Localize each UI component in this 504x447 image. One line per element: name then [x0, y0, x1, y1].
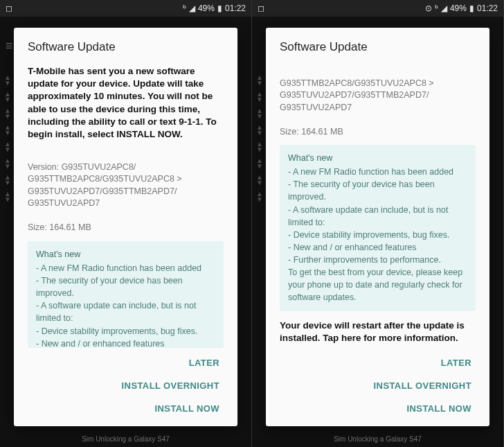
phone-right: ◻ ⊙ ᵇ ◢ 49% ▮ 01:22 ▲▼1 ▲▼1 ▲▼1 ▲▼3 ▲▼1 … — [252, 0, 504, 447]
install-now-button[interactable]: INSTALL NOW — [148, 398, 226, 419]
whats-new-title: What's new — [288, 152, 467, 164]
dialog-title: Software Update — [14, 28, 237, 61]
dialog-main-text: T-Mobile has sent you a new software upd… — [28, 65, 224, 141]
status-bar: ◻ ⊙ ᵇ ◢ 49% ▮ 01:22 — [252, 0, 503, 17]
nav-icon: ◻ — [258, 3, 264, 13]
restart-text[interactable]: Your device will restart after the updat… — [280, 319, 476, 344]
bg-bottom-text: Sim Unlocking a Galaxy S47 — [252, 435, 503, 443]
clock-text: 01:22 — [477, 3, 498, 13]
update-dialog: Software Update T-Mobile has sent you a … — [14, 28, 237, 426]
bg-bottom-text: Sim Unlocking a Galaxy S47 — [0, 435, 251, 443]
later-button[interactable]: LATER — [182, 352, 226, 374]
version-text: Version: G935TUVU2APC8/ G935TTMB2APC8/G9… — [28, 149, 224, 234]
install-now-button[interactable]: INSTALL NOW — [400, 398, 478, 419]
battery-icon: ▮ — [469, 3, 474, 13]
bluetooth-icon: ᵇ — [435, 3, 438, 13]
bluetooth-icon: ᵇ — [183, 3, 186, 13]
install-overnight-button[interactable]: INSTALL OVERNIGHT — [115, 375, 226, 396]
whats-new-body: - A new FM Radio function has been added… — [36, 262, 215, 348]
phone-left: ◻ ᵇ ◢ 49% ▮ 01:22 ≡ ▲▼1 ▲▼1 ▲▼1 ▲▼3 ▲▼1 … — [0, 0, 252, 447]
battery-text: 49% — [198, 3, 215, 13]
dialog-title: Software Update — [266, 28, 489, 61]
hamburger-icon: ≡ — [6, 39, 13, 53]
nav-icon: ◻ — [6, 3, 12, 13]
signal-icon: ◢ — [189, 3, 195, 13]
alarm-icon: ⊙ — [425, 3, 432, 13]
whats-new-title: What's new — [36, 248, 215, 261]
whats-new-box: What's new - A new FM Radio function has… — [280, 145, 476, 311]
battery-text: 49% — [450, 3, 467, 13]
install-overnight-button[interactable]: INSTALL OVERNIGHT — [367, 375, 478, 396]
clock-text: 01:22 — [225, 3, 246, 13]
update-dialog: Software Update G935TTMB2APC8/G935TUVU2A… — [266, 28, 489, 426]
later-button[interactable]: LATER — [434, 352, 478, 374]
status-bar: ◻ ᵇ ◢ 49% ▮ 01:22 — [0, 0, 251, 17]
battery-icon: ▮ — [217, 3, 222, 13]
whats-new-body: - A new FM Radio function has been added… — [288, 166, 467, 304]
version-text: G935TTMB2APC8/G935TUVU2APC8 > G935TUVU2A… — [280, 65, 476, 138]
whats-new-box: What's new - A new FM Radio function has… — [28, 241, 224, 348]
signal-icon: ◢ — [441, 3, 447, 13]
